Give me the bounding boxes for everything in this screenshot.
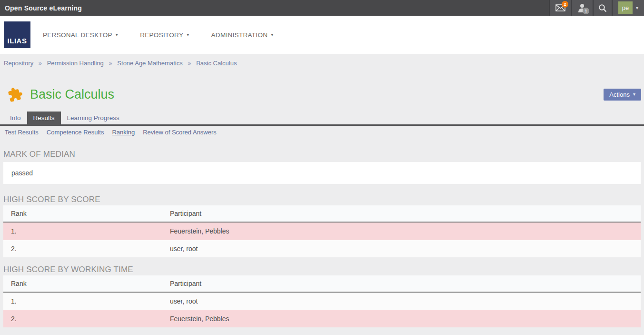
participant-column-header: Participant <box>162 275 641 292</box>
nav-personal-desktop[interactable]: PERSONAL DESKTOP ▾ <box>43 31 118 39</box>
rank-cell: 1. <box>3 222 162 240</box>
breadcrumb: Repository » Permission Handling » Stone… <box>0 54 644 73</box>
chevron-down-icon: ▾ <box>187 32 189 37</box>
breadcrumb-stone-age-mathematics[interactable]: Stone Age Mathematics <box>117 60 182 67</box>
nav-personal-desktop-label: PERSONAL DESKTOP <box>43 31 112 39</box>
table-header-row: Rank Participant <box>3 275 641 292</box>
subtab-ranking[interactable]: Ranking <box>112 129 135 136</box>
client-title: Open Source eLearning <box>0 4 82 12</box>
chevron-down-icon: ▾ <box>271 32 273 37</box>
subtab-review-of-scored-answers[interactable]: Review of Scored Answers <box>143 129 217 136</box>
top-bar-actions: 2 1 pe ▾ <box>549 0 644 16</box>
breadcrumb-separator: » <box>188 60 191 67</box>
breadcrumb-separator: » <box>39 60 42 67</box>
participant-cell: user, root <box>162 292 641 310</box>
breadcrumb-separator: » <box>109 60 112 67</box>
table-row: 2. user, root <box>3 240 641 258</box>
main-header: ILIAS PERSONAL DESKTOP ▾ REPOSITORY ▾ AD… <box>0 16 644 54</box>
chevron-down-icon: ▾ <box>633 92 635 97</box>
table-row: 2. Feuerstein, Pebbles <box>3 310 641 328</box>
high-score-by-working-time-table: Rank Participant 1. user, root 2. Feuers… <box>3 275 641 327</box>
rank-column-header: Rank <box>3 205 162 222</box>
breadcrumb-permission-handling[interactable]: Permission Handling <box>47 60 104 67</box>
breadcrumb-basic-calculus[interactable]: Basic Calculus <box>196 60 237 67</box>
tab-results[interactable]: Results <box>27 112 61 124</box>
actions-button-label: Actions <box>609 91 630 98</box>
nav-repository-label: REPOSITORY <box>140 31 183 39</box>
rank-cell: 1. <box>3 292 162 310</box>
online-count-badge: 1 <box>583 8 589 14</box>
search-button[interactable] <box>593 0 612 16</box>
table-header-row: Rank Participant <box>3 205 641 222</box>
participant-cell: Feuerstein, Pebbles <box>162 310 641 328</box>
mail-count-badge: 2 <box>562 1 568 8</box>
test-object-puzzle-icon <box>8 87 23 102</box>
table-row: 1. user, root <box>3 292 641 310</box>
actions-button[interactable]: Actions ▾ <box>604 89 641 101</box>
tab-info[interactable]: Info <box>4 112 27 124</box>
rank-column-header: Rank <box>3 275 162 292</box>
breadcrumb-repository[interactable]: Repository <box>4 60 33 67</box>
subtab-test-results[interactable]: Test Results <box>5 129 39 136</box>
chevron-down-icon: ▾ <box>116 32 118 37</box>
mail-button[interactable]: 2 <box>549 0 571 16</box>
avatar: pe <box>618 1 633 14</box>
nav-repository[interactable]: REPOSITORY ▾ <box>140 31 189 39</box>
rank-cell: 2. <box>3 310 162 328</box>
page-title-row: Basic Calculus Actions ▾ <box>0 87 644 102</box>
high-score-by-working-time-heading: HIGH SCORE BY WORKING TIME <box>3 265 641 274</box>
tab-bar: Info Results Learning Progress <box>0 112 644 126</box>
high-score-by-score-table: Rank Participant 1. Feuerstein, Pebbles … <box>3 205 641 257</box>
subtab-bar: Test Results Competence Results Ranking … <box>0 126 644 141</box>
rank-cell: 2. <box>3 240 162 258</box>
nav-administration[interactable]: ADMINISTRATION ▾ <box>211 31 274 39</box>
participant-column-header: Participant <box>162 205 641 222</box>
mark-of-median-heading: MARK OF MEDIAN <box>3 150 641 159</box>
search-icon <box>598 4 607 12</box>
ilias-logo[interactable]: ILIAS <box>4 21 30 48</box>
participant-cell: Feuerstein, Pebbles <box>162 222 641 240</box>
chevron-down-icon: ▾ <box>636 6 638 10</box>
page-title: Basic Calculus <box>30 87 604 102</box>
user-menu-button[interactable]: pe ▾ <box>612 0 644 16</box>
nav-administration-label: ADMINISTRATION <box>211 31 268 39</box>
content-area: MARK OF MEDIAN passed HIGH SCORE BY SCOR… <box>0 150 644 327</box>
high-score-by-score-heading: HIGH SCORE BY SCORE <box>3 195 641 204</box>
mark-of-median-value: passed <box>3 162 641 184</box>
participant-cell: user, root <box>162 240 641 258</box>
top-bar: Open Source eLearning 2 1 <box>0 0 644 16</box>
who-is-online-button[interactable]: 1 <box>571 0 593 16</box>
main-navigation: PERSONAL DESKTOP ▾ REPOSITORY ▾ ADMINIST… <box>43 31 296 39</box>
table-row: 1. Feuerstein, Pebbles <box>3 222 641 240</box>
tab-learning-progress[interactable]: Learning Progress <box>61 112 126 124</box>
subtab-competence-results[interactable]: Competence Results <box>47 129 104 136</box>
